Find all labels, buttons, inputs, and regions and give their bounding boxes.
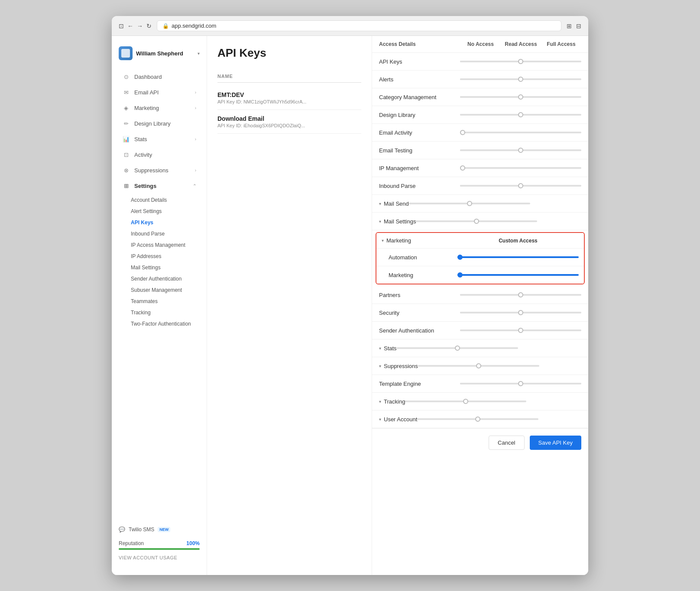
new-badge: NEW: [158, 527, 170, 532]
perm-slider[interactable]: [460, 75, 581, 84]
reputation-label: Reputation 100%: [119, 540, 200, 546]
perm-row-inbound-parse: Inbound Parse: [372, 177, 588, 195]
perm-slider[interactable]: [460, 93, 581, 101]
perm-label-expandable[interactable]: ▾ Mail Settings: [379, 218, 416, 225]
sidebar-sub-account-details[interactable]: Account Details: [112, 194, 207, 206]
sidebar-item-activity[interactable]: ⊡ Activity: [115, 147, 203, 162]
perm-label-expandable[interactable]: ▾ Suppressions: [379, 363, 418, 369]
sidebar-sub-ip-access[interactable]: IP Access Management: [112, 239, 207, 251]
perm-label-expandable[interactable]: ▾ User Account: [379, 416, 417, 423]
sidebar-item-label: Marketing: [134, 105, 159, 111]
perm-label-expandable[interactable]: ▾ Tracking: [379, 398, 405, 405]
perm-slider[interactable]: [460, 57, 581, 66]
access-details-title: Access Details: [379, 41, 460, 47]
custom-access-badge: Custom Access: [499, 238, 538, 244]
sidebar-item-marketing[interactable]: ◈ Marketing ›: [115, 100, 203, 116]
user-profile[interactable]: William Shepherd ▾: [112, 43, 207, 69]
perm-row-partners: Partners: [372, 286, 588, 304]
chevron-icon: ›: [195, 168, 196, 173]
perm-label: Sender Authentication: [379, 327, 460, 334]
twilio-sms-link[interactable]: 💬 Twilio SMS NEW: [119, 524, 200, 535]
refresh-button[interactable]: ↻: [146, 23, 152, 29]
perm-label: Inbound Parse: [379, 183, 460, 189]
col-no-access: No Access: [460, 41, 501, 47]
sidebar-sub-2fa[interactable]: Two-Factor Authentication: [112, 318, 207, 329]
api-keys-panel: API Keys NAME EMT:DEV API Key ID: NMC1zi…: [207, 36, 372, 575]
marketing-icon: ◈: [122, 104, 130, 112]
perm-slider[interactable]: [405, 397, 526, 406]
url-bar[interactable]: 🔒 app.sendgrid.com: [157, 20, 561, 31]
sidebar-item-email-api[interactable]: ✉ Email API ›: [115, 84, 203, 100]
perm-slider[interactable]: [460, 128, 581, 137]
perm-slider[interactable]: [409, 199, 530, 208]
perm-slider[interactable]: [460, 110, 581, 119]
sidebar-sub-teammates[interactable]: Teammates: [112, 296, 207, 307]
twilio-label: Twilio SMS: [129, 526, 154, 533]
api-key-item[interactable]: Download Email API Key ID: iEhodaigSX6PD…: [217, 110, 361, 134]
marketing-sub-slider[interactable]: [457, 271, 579, 279]
perm-label-text: Tracking: [384, 398, 405, 405]
sidebar-sub-alert-settings[interactable]: Alert Settings: [112, 206, 207, 217]
perm-slider[interactable]: [417, 415, 538, 423]
perm-slider[interactable]: [460, 379, 581, 388]
cancel-button[interactable]: Cancel: [489, 436, 524, 450]
split-view-icon[interactable]: ⊟: [576, 23, 581, 29]
sidebar-item-settings[interactable]: ⊞ Settings ⌃: [115, 178, 203, 194]
api-keys-list: NAME EMT:DEV API Key ID: NMC1zigOTWIiJYh…: [217, 70, 361, 134]
api-key-id: API Key ID: iEhodaigSX6PDIQDOZlaiQ...: [217, 123, 361, 128]
marketing-expand-label[interactable]: ▾ Marketing: [382, 237, 457, 244]
perm-slider[interactable]: [460, 164, 581, 172]
perm-row-suppressions: ▾ Suppressions: [372, 357, 588, 375]
forward-button[interactable]: →: [137, 23, 143, 29]
reputation-bar: [119, 548, 200, 550]
sidebar-sub-subuser-mgmt[interactable]: Subuser Management: [112, 284, 207, 296]
sidebar-sub-tracking[interactable]: Tracking: [112, 307, 207, 318]
perm-label-expandable[interactable]: ▾ Mail Send: [379, 200, 409, 207]
perm-slider[interactable]: [460, 181, 581, 190]
perm-slider[interactable]: [460, 291, 581, 299]
sidebar-item-dashboard[interactable]: ⊙ Dashboard: [115, 69, 203, 84]
api-key-name: EMT:DEV: [217, 91, 361, 98]
chevron-icon: ›: [195, 106, 196, 110]
perm-label-expandable[interactable]: ▾ Stats: [379, 345, 397, 352]
sidebar-sub-sender-auth[interactable]: Sender Authentication: [112, 273, 207, 284]
view-account-usage-link[interactable]: VIEW ACCOUNT USAGE: [119, 555, 177, 560]
perm-slider[interactable]: [416, 217, 537, 226]
reputation-value: 100%: [186, 540, 200, 546]
perm-row-api-keys: API Keys: [372, 53, 588, 71]
sidebar-sub-ip-addresses[interactable]: IP Addresses: [112, 251, 207, 262]
app-layout: William Shepherd ▾ ⊙ Dashboard ✉ Email A…: [112, 36, 588, 575]
perm-slider[interactable]: [460, 326, 581, 335]
sidebar-item-label: Stats: [134, 136, 147, 142]
perm-slider[interactable]: [397, 344, 518, 352]
lock-icon: 🔒: [162, 23, 169, 29]
list-column-header: NAME: [217, 70, 361, 83]
perm-slider[interactable]: [418, 362, 539, 370]
sidebar-item-stats[interactable]: 📊 Stats ›: [115, 131, 203, 147]
perm-label: IP Management: [379, 165, 460, 171]
automation-label: Automation: [389, 254, 457, 261]
sidebar-sub-api-keys[interactable]: API Keys: [112, 217, 207, 228]
dashboard-icon: ⊙: [122, 73, 130, 81]
api-key-item[interactable]: EMT:DEV API Key ID: NMC1zigOTWIiJYh5d96c…: [217, 86, 361, 110]
access-col-headers: No Access Read Access Full Access: [460, 41, 581, 47]
back-button[interactable]: ←: [127, 23, 133, 29]
sidebar-bottom: 💬 Twilio SMS NEW Reputation 100% VIEW AC…: [112, 517, 207, 568]
page-title: API Keys: [217, 46, 361, 60]
stats-icon: 📊: [122, 135, 130, 143]
reader-mode-icon[interactable]: ⊞: [567, 23, 572, 29]
perm-slider[interactable]: [460, 146, 581, 155]
settings-icon: ⊞: [122, 182, 130, 190]
perm-row-category-mgmt: Category Management: [372, 88, 588, 106]
sidebar-sub-inbound-parse[interactable]: Inbound Parse: [112, 228, 207, 239]
perm-label: Alerts: [379, 76, 460, 83]
sidebar-item-design-library[interactable]: ✏ Design Library: [115, 116, 203, 131]
sidebar-sub-mail-settings[interactable]: Mail Settings: [112, 262, 207, 273]
perm-slider[interactable]: [460, 308, 581, 317]
sidebar-toggle-icon[interactable]: ⊡: [119, 23, 124, 29]
sidebar-item-suppressions[interactable]: ⊗ Suppressions ›: [115, 162, 203, 178]
perm-label: Partners: [379, 292, 460, 298]
automation-slider[interactable]: [457, 253, 579, 262]
reputation-section: Reputation 100% VIEW ACCOUNT USAGE: [119, 535, 200, 561]
save-button[interactable]: Save API Key: [530, 436, 582, 450]
